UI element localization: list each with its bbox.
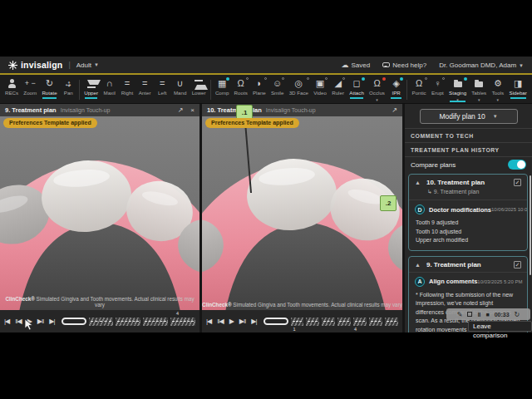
collapse-chevron-icon[interactable]: ▲ [415, 180, 421, 185]
badge-dot [246, 77, 249, 80]
toolbar-item-smile[interactable]: ☺Smile [270, 78, 284, 96]
modify-plan-button[interactable]: Modify plan 10▼ [420, 109, 518, 124]
collapse-chevron-icon[interactable]: ▲ [415, 262, 421, 268]
toolbar-item-tables[interactable]: Tables [470, 78, 487, 99]
compare-plans-toggle[interactable] [508, 160, 526, 170]
viewport-plan-9[interactable]: 9. Treatment plan Invisalign Touch-up ↗×… [0, 104, 200, 332]
plan-checkbox[interactable]: ✓ [514, 261, 521, 268]
play-button[interactable]: ▶ [229, 318, 234, 325]
save-status: ☁Saved [342, 61, 371, 69]
modification-notes: Tooth 9 adjusted Tooth 10 adjusted Upper… [409, 216, 527, 250]
restart-recording-icon[interactable]: ↻ [515, 311, 520, 318]
toolbar-item-3dface[interactable]: ◎3D Face [288, 78, 309, 96]
toolbar-item-video[interactable]: ▣Video [313, 78, 328, 96]
close-icon[interactable]: × [190, 106, 195, 114]
toolbar-item-comp[interactable]: ▦Comp [214, 78, 230, 96]
anterior-view-icon: = [142, 78, 147, 89]
current-stage-indicator[interactable] [62, 318, 86, 325]
stage-segment[interactable] [306, 318, 319, 326]
badge-dot [362, 77, 365, 81]
stage-timeline[interactable]: 4 [62, 310, 195, 332]
screen: invisalign | Adult ▼ ☁Saved Need help? D… [0, 0, 532, 399]
toolbar-item-right[interactable]: =Right [120, 78, 134, 96]
toolbar-item-left[interactable]: =Left [155, 78, 170, 96]
stage-segment[interactable] [170, 318, 195, 326]
expand-icon[interactable]: ↗ [392, 106, 397, 114]
preferences-template-badge: Preferences Template applied [205, 118, 299, 128]
current-stage-indicator[interactable] [264, 318, 288, 325]
step-forward-button[interactable]: ▶‖ [239, 318, 245, 325]
stage-segment[interactable] [322, 318, 335, 326]
toolbar-item-occlus[interactable]: ΩOcclus [368, 78, 386, 99]
step-back-button[interactable]: ‖◀ [217, 318, 223, 325]
skip-end-button[interactable]: ▶| [49, 318, 54, 325]
toolbar-item-pontic[interactable]: ΩPontic [411, 78, 427, 96]
stage-segment[interactable] [385, 318, 398, 326]
badge-dot [382, 77, 386, 81]
stage-timeline[interactable]: 1 4 [264, 310, 398, 332]
toolbar-item-anter[interactable]: =Anter [138, 78, 152, 96]
chevron-down-icon[interactable]: ▼ [94, 62, 99, 67]
stage-number: 1 [293, 327, 296, 332]
toolbar-item-rotate[interactable]: ↻Rotate [41, 78, 57, 96]
maxillary-icon: ∩ [106, 78, 113, 89]
toolbar-item-recs[interactable]: RECs [4, 78, 19, 96]
skip-start-button[interactable]: |◀ [4, 318, 9, 325]
stage-segment[interactable] [143, 318, 168, 326]
section-treatment-plan-history[interactable]: TREATMENT PLAN HISTORY [405, 143, 532, 157]
stage-segment[interactable] [116, 318, 140, 326]
rotate-icon: ↻ [46, 78, 53, 89]
step-forward-button[interactable]: ▶‖ [37, 318, 43, 325]
select-region-icon[interactable] [467, 312, 472, 317]
toolbar-item-ipr[interactable]: ◈IPR [389, 78, 403, 96]
main-toolbar: RECs + −Zoom ↻Rotate Pan Upper ∩Maxil =R… [0, 75, 532, 104]
toolbar-item-plane[interactable]: ◗Plane [252, 78, 267, 96]
toolbar-item-attach[interactable]: ◻Attach [348, 78, 365, 96]
stage-segment[interactable] [369, 318, 382, 326]
stage-segment[interactable] [353, 318, 367, 326]
user-menu[interactable]: Dr. Goodman DMD, Adam▼ [439, 62, 524, 69]
pause-recording-icon[interactable]: ‖ [477, 311, 480, 318]
toolbar-item-staging[interactable]: Staging [448, 78, 467, 99]
chevron-down-icon: ▼ [519, 63, 524, 68]
need-help-link[interactable]: Need help? [382, 62, 426, 69]
expand-icon[interactable]: ↗ [178, 106, 184, 114]
clincheck-disclaimer: ClinCheck® Simulated Gingiva and Tooth m… [202, 302, 402, 308]
stop-recording-icon[interactable]: ■ [485, 312, 489, 318]
stage-segment[interactable] [291, 318, 304, 326]
skip-end-button[interactable]: ▶| [251, 318, 256, 325]
toolbar-item-zoom[interactable]: + −Zoom [22, 78, 37, 96]
toolbar-item-roots[interactable]: ΩRoots [234, 78, 249, 96]
compare-plans-label: Compare plans [411, 161, 456, 169]
toolbar-divider [406, 80, 407, 100]
stage-segment[interactable] [89, 318, 114, 326]
toolbar-item-lower[interactable]: Lower [191, 78, 207, 96]
section-comment-to-tech[interactable]: COMMENT TO TECH [405, 129, 532, 143]
dental-3d-view[interactable] [202, 104, 402, 332]
toolbar-item-maxil[interactable]: ∩Maxil [102, 78, 116, 96]
doctor-avatar: D [415, 204, 425, 214]
skip-start-button[interactable]: |◀ [206, 318, 211, 325]
based-on-plan[interactable]: ↳ 9. Treatment plan [409, 188, 527, 200]
annotation-marker-2[interactable]: .2 [380, 195, 397, 211]
annotate-pencil-icon[interactable]: ✎ [457, 311, 463, 318]
stage-segment[interactable] [337, 318, 351, 326]
panel-scrollbar[interactable] [530, 175, 531, 275]
viewport-plan-10[interactable]: .1 .2 10. Treatment plan Invisalign Touc… [202, 104, 402, 332]
toolbar-item-sidebar[interactable]: ◨Sidebar [509, 78, 528, 96]
mandibular-icon: ∪ [177, 78, 184, 89]
toolbar-item-ruler[interactable]: ◢Ruler [331, 78, 345, 96]
toolbar-item-mand[interactable]: ∪Mand [173, 78, 187, 96]
step-back-button[interactable]: ‖◀ [15, 318, 21, 325]
occlusion-icon: Ω [373, 78, 380, 89]
toolbar-item-erupt[interactable]: ♀Erupt [431, 78, 445, 96]
smile-icon: ☺ [273, 78, 282, 89]
patient-type-selector[interactable]: Adult [76, 62, 91, 69]
toolbar-item-tools[interactable]: ⚙Tools [490, 78, 505, 99]
leave-comparison-button[interactable]: Leave comparison [468, 321, 532, 332]
badge-dot [325, 77, 328, 80]
timestamp: 10/03/2025 5:20 PM [477, 279, 522, 284]
plan-checkbox[interactable]: ✓ [514, 179, 521, 186]
toolbar-item-pan[interactable]: Pan [62, 78, 76, 96]
toolbar-item-upper[interactable]: Upper [83, 78, 99, 96]
